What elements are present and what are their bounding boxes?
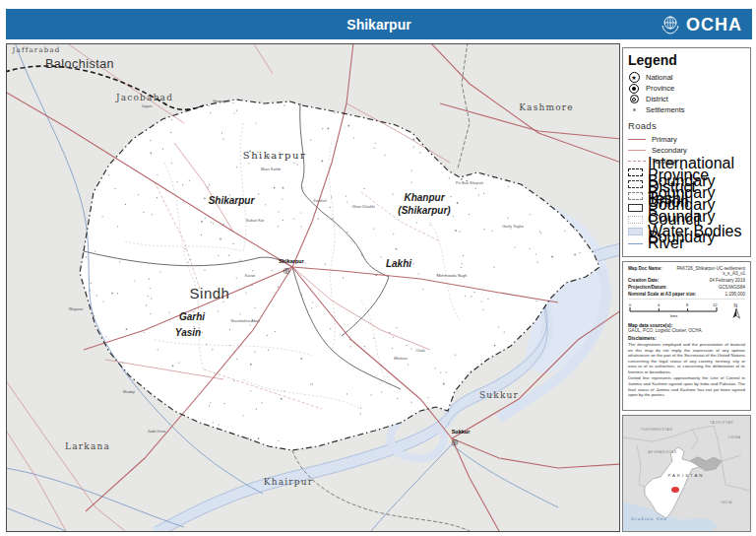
province-symbol bbox=[629, 84, 639, 94]
legend-title: Legend bbox=[628, 52, 745, 68]
legend-item-label: National bbox=[646, 73, 673, 82]
legend-panel: Legend NationalProvinceDistrictSettlemen… bbox=[622, 47, 751, 257]
north-arrow-icon: N bbox=[729, 302, 743, 320]
legend-item-label: District bbox=[646, 95, 668, 103]
legend-item-label: Settlements bbox=[646, 105, 685, 114]
svg-text:4: 4 bbox=[658, 302, 661, 307]
svg-text:kms: kms bbox=[670, 313, 677, 318]
map-canvas bbox=[7, 44, 619, 531]
page-title: Shikarpur bbox=[6, 17, 752, 33]
province-sample-icon bbox=[628, 180, 643, 188]
legend-road-label: Primary bbox=[652, 135, 677, 144]
legend-boundary-water: Water Bodies bbox=[628, 226, 745, 237]
scale-bar-row: 0 4 8 12 kms N bbox=[628, 302, 743, 320]
svg-text:0: 0 bbox=[629, 302, 632, 307]
divider bbox=[628, 299, 745, 300]
info-row-label: Nominal Scale at A3 paper size: bbox=[628, 292, 696, 297]
disclaimer-paragraph-2: Dotted line represents approximately the… bbox=[628, 375, 745, 397]
info-rows: Map Doc Name:PAK726_Shikarpur-UC-settlem… bbox=[628, 266, 745, 297]
svg-text:12: 12 bbox=[713, 302, 718, 307]
svg-text:N: N bbox=[734, 302, 738, 308]
map-info-panel: Map Doc Name:PAK726_Shikarpur-UC-settlem… bbox=[622, 261, 751, 411]
inset-shikarpur-highlight bbox=[671, 487, 679, 493]
info-row-label: Map Doc Name: bbox=[628, 266, 662, 276]
primary-road-line-icon bbox=[628, 139, 646, 140]
national-icon bbox=[628, 72, 640, 83]
secondary-road-line-icon bbox=[628, 150, 646, 151]
info-row-map-doc-name: Map Doc Name:PAK726_Shikarpur-UC-settlem… bbox=[628, 266, 745, 276]
inset-canvas bbox=[623, 416, 750, 531]
teshil-sample-icon bbox=[628, 204, 643, 212]
un-emblem-icon bbox=[659, 13, 682, 36]
legend-item-settlements: Settlements bbox=[628, 104, 745, 115]
district-sample-icon bbox=[628, 192, 643, 200]
district-icon bbox=[628, 95, 640, 103]
info-row-value: 04 February 2016 bbox=[710, 278, 745, 283]
legend-roads-title: Roads bbox=[628, 120, 745, 131]
legend-boundary-label: River bbox=[648, 234, 684, 252]
settlements-symbol bbox=[633, 108, 636, 111]
tertiary-road-line-icon bbox=[628, 161, 646, 162]
header-bar: Shikarpur OCHA bbox=[6, 9, 752, 39]
disclaimer-label: Disclaimers: bbox=[628, 336, 745, 341]
district-symbol bbox=[630, 95, 639, 103]
info-row-label: Projection/Datum: bbox=[628, 285, 667, 290]
scale-bar: 0 4 8 12 kms bbox=[628, 302, 719, 318]
legend-boundaries: International BoundaryProvince BoundaryD… bbox=[628, 167, 745, 249]
main-map[interactable]: BalochistanSindhJaffarabadJacobabadKashm… bbox=[6, 43, 620, 532]
info-row-projection-datum: Projection/Datum:GCS/WGS84 bbox=[628, 285, 745, 290]
legend-road-label: Secondary bbox=[652, 146, 687, 155]
legend-road-primary: Primary bbox=[628, 134, 745, 145]
ocha-logo: OCHA bbox=[659, 13, 742, 36]
union-sample-icon bbox=[628, 216, 643, 224]
ocha-wordmark: OCHA bbox=[686, 15, 742, 35]
sources-text: GAUL, PCO, Logistic Cluster, OCHA. bbox=[628, 328, 745, 333]
info-row-value: 1:295,000 bbox=[725, 292, 745, 297]
water-sample-icon bbox=[628, 228, 643, 235]
info-row-value: GCS/WGS84 bbox=[719, 285, 745, 290]
info-row-value: PAK726_Shikarpur-UC-settlements_s_A3_v1 bbox=[676, 266, 745, 276]
info-row-label: Creation Date: bbox=[628, 278, 659, 283]
legend-item-label: Province bbox=[646, 84, 674, 93]
legend-places: NationalProvinceDistrictSettlements bbox=[628, 72, 745, 115]
disclaimer-paragraph-1: The designations employed and the presen… bbox=[628, 342, 745, 374]
river-sample-icon bbox=[628, 243, 643, 244]
legend-item-national: National bbox=[628, 72, 745, 83]
inset-map: TURKMENISTANTAJIKISTANCHINAAFGHANISTANPA… bbox=[623, 416, 750, 531]
svg-text:8: 8 bbox=[686, 302, 689, 307]
legend-item-province: Province bbox=[628, 83, 745, 94]
inset-map-panel: TURKMENISTANTAJIKISTANCHINAAFGHANISTANPA… bbox=[622, 415, 751, 532]
settlements-icon bbox=[628, 108, 640, 111]
legend-item-district: District bbox=[628, 94, 745, 104]
info-row-nominal-scale-at-a3-paper-size: Nominal Scale at A3 paper size:1:295,000 bbox=[628, 292, 745, 297]
info-row-creation-date: Creation Date:04 February 2016 bbox=[628, 278, 745, 283]
national-symbol bbox=[629, 72, 640, 83]
international-sample-icon bbox=[628, 168, 643, 176]
province-icon bbox=[628, 84, 640, 94]
